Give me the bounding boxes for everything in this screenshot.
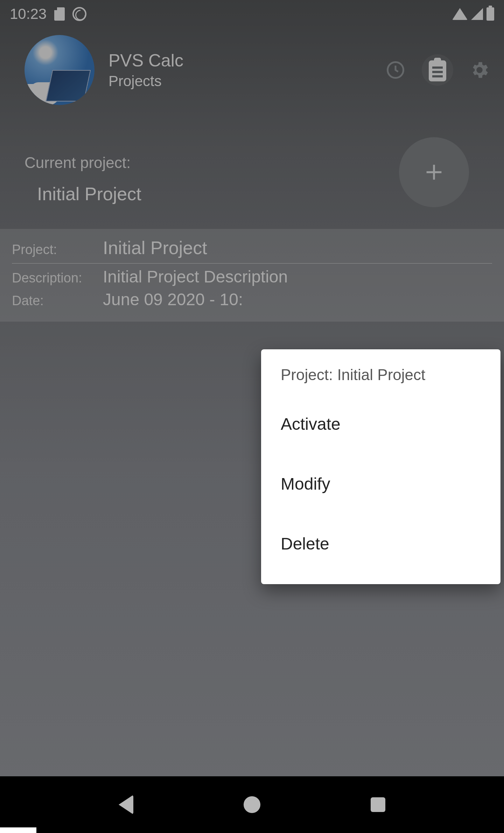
clipboard-button[interactable]	[427, 59, 448, 80]
sd-card-icon	[54, 7, 65, 21]
no-sync-icon	[72, 7, 86, 21]
app-title: PVS Calc	[108, 50, 371, 71]
svg-rect-5	[432, 75, 443, 77]
add-project-button[interactable]	[399, 137, 469, 207]
home-button[interactable]	[241, 794, 262, 815]
svg-rect-2	[434, 58, 441, 63]
svg-rect-3	[432, 66, 443, 69]
status-time: 10:23	[10, 6, 47, 22]
date-field-label: Date:	[12, 293, 103, 308]
signal-icon	[471, 8, 483, 20]
history-button[interactable]	[385, 59, 406, 80]
project-field-label: Project:	[12, 242, 103, 257]
project-field-value: Initial Project	[103, 237, 207, 258]
navigation-bar	[0, 776, 504, 833]
project-card[interactable]: Project: Initial Project Description: In…	[0, 229, 504, 322]
svg-rect-4	[432, 71, 443, 73]
menu-item-modify[interactable]: Modify	[261, 454, 500, 514]
wifi-icon	[452, 8, 468, 20]
date-field-value: June 09 2020 - 10:	[103, 290, 243, 309]
battery-icon	[486, 7, 494, 21]
app-logo	[24, 35, 94, 105]
current-project-section: Current project: Initial Project	[0, 112, 504, 222]
app-bar: PVS Calc Projects	[0, 28, 504, 112]
context-menu: Project: Initial Project Activate Modify…	[261, 349, 500, 584]
context-menu-title: Project: Initial Project	[261, 366, 500, 394]
svg-rect-1	[429, 61, 446, 82]
overview-button[interactable]	[368, 794, 388, 815]
card-divider	[12, 263, 492, 264]
back-button[interactable]	[115, 794, 136, 815]
settings-button[interactable]	[469, 59, 490, 80]
status-bar: 10:23	[0, 0, 504, 28]
menu-item-activate[interactable]: Activate	[261, 394, 500, 454]
description-field-value: Initial Project Description	[103, 267, 288, 286]
menu-item-delete[interactable]: Delete	[261, 514, 500, 574]
app-subtitle: Projects	[108, 73, 371, 90]
description-field-label: Description:	[12, 271, 103, 286]
